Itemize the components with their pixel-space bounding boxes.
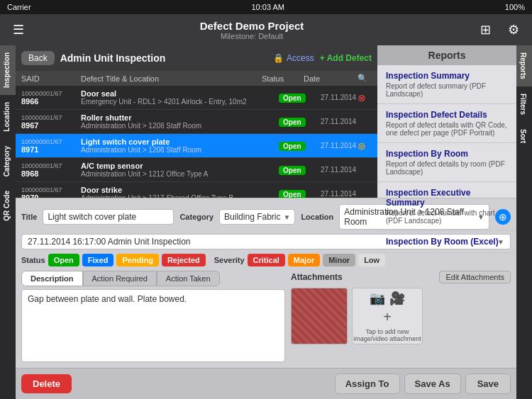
external-icon[interactable]: ⊞ bbox=[474, 18, 497, 41]
battery-area: 100% bbox=[505, 3, 525, 11]
attachments-label: Attachments bbox=[291, 272, 343, 282]
defect-row[interactable]: 100000001/67 8967 Roller shutter Adminis… bbox=[16, 110, 377, 134]
category-select[interactable]: Building Fabric ▼ bbox=[219, 209, 295, 225]
status-bar: Carrier 10:03 AM 100% bbox=[0, 0, 532, 14]
status-group: Status Open Fixed Pending Rejected bbox=[21, 254, 206, 266]
alert-icon: ⊗ bbox=[358, 92, 366, 103]
right-tab-sort[interactable]: Sort bbox=[516, 122, 532, 150]
severity-major-button[interactable]: Major bbox=[288, 254, 320, 266]
title-block: Roller shutter Administration Unit > 120… bbox=[81, 113, 276, 130]
defect-row[interactable]: 100000001/67 8970 Door strike Administra… bbox=[16, 182, 377, 198]
inspection-panel: Back Admin Unit Inspection 🔒 Access + Ad… bbox=[16, 45, 516, 198]
defect-row[interactable]: 100000001/67 8966 Door seal Emergency Un… bbox=[16, 86, 377, 110]
severity-minor-button[interactable]: Minor bbox=[323, 254, 355, 266]
back-button[interactable]: Back bbox=[21, 51, 55, 65]
date-block: 27.11.2014 ⊛ bbox=[321, 140, 372, 152]
defect-row[interactable]: 100000001/67 8968 A/C temp sensor Admini… bbox=[16, 158, 377, 182]
add-attachment-box[interactable]: 📷 🎥 + Tap to add new image/video attachm… bbox=[352, 288, 423, 344]
said-block: 100000001/67 8971 bbox=[21, 138, 78, 154]
video-icon: 🎥 bbox=[389, 291, 405, 306]
said-block: 100000001/67 8966 bbox=[21, 90, 78, 106]
title-input[interactable] bbox=[43, 209, 174, 225]
severity-critical-button[interactable]: Critical bbox=[248, 254, 285, 266]
sidebar-tabs: Inspection Location Category QR Code bbox=[0, 45, 16, 399]
lock-icon: 🔒 bbox=[273, 53, 284, 63]
defect-row-selected[interactable]: 100000001/67 8971 Light switch cover pla… bbox=[16, 134, 377, 158]
right-tab-filters[interactable]: Filters bbox=[516, 86, 532, 122]
date-block: 27.11.2014 bbox=[321, 166, 372, 174]
alert-icon: ⊛ bbox=[358, 140, 366, 152]
menu-icon[interactable]: ☰ bbox=[7, 18, 30, 41]
col-title: Defect Title & Location bbox=[81, 74, 259, 83]
status-label: Status bbox=[21, 256, 45, 264]
reports-panel: Reports Inspection Summary Report of def… bbox=[377, 45, 516, 198]
save-as-button[interactable]: Save As bbox=[404, 373, 461, 394]
reports-header: Reports bbox=[377, 45, 516, 65]
tab-buttons: Description Action Required Action Taken bbox=[21, 271, 285, 286]
said-block: 100000001/67 8968 bbox=[21, 162, 78, 178]
defect-list-panel: Back Admin Unit Inspection 🔒 Access + Ad… bbox=[16, 45, 377, 198]
tab-action-taken[interactable]: Action Taken bbox=[157, 271, 220, 286]
sidebar-tab-location[interactable]: Location bbox=[0, 95, 16, 139]
delete-button[interactable]: Delete bbox=[21, 374, 72, 393]
status-rejected-button[interactable]: Rejected bbox=[162, 254, 206, 266]
attachment-thumbnail[interactable] bbox=[291, 288, 348, 344]
battery-label: 100% bbox=[505, 3, 525, 11]
col-status: Status bbox=[262, 74, 301, 83]
title-block: Door strike Administration Unit > 1217 S… bbox=[81, 186, 276, 198]
settings-icon[interactable]: ⚙ bbox=[502, 18, 525, 41]
carrier-label: Carrier bbox=[7, 3, 31, 11]
severity-group: Severity Critical Major Minor Low bbox=[214, 254, 385, 266]
center-content: Back Admin Unit Inspection 🔒 Access + Ad… bbox=[16, 45, 516, 399]
right-tab-reports[interactable]: Reports bbox=[516, 45, 532, 86]
date-block: 27.11.2014 ⊗ bbox=[321, 92, 372, 103]
assign-to-button[interactable]: Assign To bbox=[335, 373, 400, 394]
said-block: 100000001/67 8967 bbox=[21, 114, 78, 130]
inspection-title: Admin Unit Inspection bbox=[60, 52, 267, 64]
column-headers: SAID Defect Title & Location Status Date… bbox=[16, 71, 377, 86]
attachments-area: 📷 🎥 + Tap to add new image/video attachm… bbox=[291, 288, 511, 362]
report-item[interactable]: Inspection Executive Summary Report of d… bbox=[377, 182, 516, 231]
description-area[interactable]: Gap between plate and wall. Plate bowed. bbox=[21, 289, 285, 362]
chevron-down-icon: ▼ bbox=[283, 213, 290, 221]
add-defect-button[interactable]: + Add Defect bbox=[320, 53, 372, 63]
sidebar-tab-qrcode[interactable]: QR Code bbox=[0, 184, 16, 228]
title-label: Title bbox=[21, 213, 37, 221]
status-open-button[interactable]: Open bbox=[48, 254, 79, 266]
report-item[interactable]: Inspection By Room Report of defect deta… bbox=[377, 143, 516, 182]
attachments-header: Attachments Edit Attachments bbox=[291, 271, 511, 283]
date-block: 27.11.2014 bbox=[321, 190, 372, 198]
camera-icon: 📷 bbox=[370, 291, 385, 306]
edit-attachments-button[interactable]: Edit Attachments bbox=[439, 271, 511, 283]
right-sidebar-tabs: Reports Filters Sort bbox=[516, 45, 532, 399]
app-header: ☰ Defect Demo Project Milestone: Default… bbox=[0, 14, 532, 45]
tab-action-required[interactable]: Action Required bbox=[83, 271, 157, 286]
add-attachment-text: Tap to add new image/video attachment bbox=[353, 328, 422, 342]
plus-icon: + bbox=[383, 309, 392, 325]
time-label: 10:03 AM bbox=[252, 3, 284, 11]
bottom-main: Description Action Required Action Taken… bbox=[21, 271, 511, 362]
said-block: 100000001/67 8970 bbox=[21, 186, 78, 198]
category-label: Category bbox=[179, 213, 214, 221]
status-pending-button[interactable]: Pending bbox=[116, 254, 158, 266]
title-block: Door seal Emergency Unit - RDL1 > 4201 A… bbox=[81, 89, 276, 106]
date-value: 27.11.2014 16:17:00 Admin Unit Inspectio… bbox=[28, 237, 191, 247]
sidebar-tab-inspection[interactable]: Inspection bbox=[0, 45, 16, 95]
title-block: A/C temp sensor Administration Unit > 12… bbox=[81, 162, 276, 178]
save-button[interactable]: Save bbox=[465, 373, 511, 394]
search-icon[interactable]: 🔍 bbox=[358, 74, 372, 83]
date-block: 27.11.2014 bbox=[321, 118, 372, 125]
tab-description[interactable]: Description bbox=[21, 271, 83, 286]
severity-low-button[interactable]: Low bbox=[358, 254, 385, 266]
action-bar: Delete Assign To Save As Save bbox=[16, 368, 516, 399]
sidebar-tab-category[interactable]: Category bbox=[0, 139, 16, 184]
access-button[interactable]: 🔒 Access bbox=[273, 53, 314, 63]
report-item[interactable]: Inspection Defect Details Report of defe… bbox=[377, 104, 516, 143]
report-item[interactable]: Inspection Summary Report of defect summ… bbox=[377, 65, 516, 104]
status-fixed-button[interactable]: Fixed bbox=[82, 254, 114, 266]
main-container: Inspection Location Category QR Code Bac… bbox=[0, 45, 532, 399]
report-item[interactable]: Inspection By Room (Excel) bbox=[377, 231, 516, 253]
status-block: Open bbox=[279, 93, 318, 103]
title-block: Light switch cover plate Administration … bbox=[81, 137, 276, 154]
severity-label: Severity bbox=[214, 256, 245, 264]
